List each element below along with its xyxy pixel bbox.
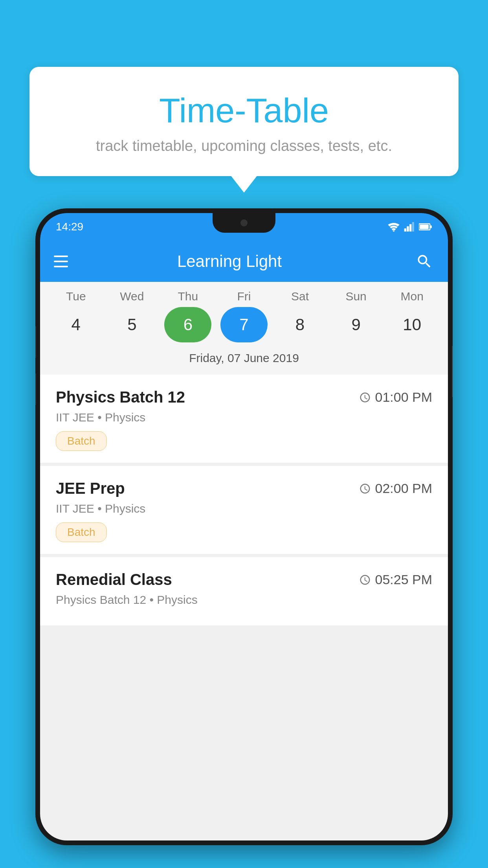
app-bar-title: Learning Light	[56, 252, 403, 271]
day-headers: Tue Wed Thu Fri Sat Sun Mon	[40, 290, 448, 303]
day-header-mon: Mon	[389, 290, 436, 303]
bubble-title: Time-Table	[49, 90, 439, 131]
class-time-text-3: 05:25 PM	[375, 572, 432, 587]
svg-rect-3	[409, 224, 411, 232]
svg-rect-7	[420, 224, 429, 229]
phone-mockup: 14:29	[35, 208, 453, 868]
status-time: 14:29	[56, 221, 83, 233]
clock-icon-1	[359, 392, 371, 403]
day-header-fri: Fri	[220, 290, 268, 303]
class-time-1: 01:00 PM	[359, 390, 432, 405]
camera	[240, 219, 248, 226]
day-10[interactable]: 10	[389, 307, 436, 342]
power-button	[452, 346, 453, 397]
day-numbers: 4 5 6 7 8 9 10	[40, 307, 448, 348]
day-8[interactable]: 8	[277, 307, 324, 342]
svg-rect-4	[412, 222, 414, 232]
class-meta-1: IIT JEE • Physics	[56, 411, 432, 424]
day-header-thu: Thu	[164, 290, 211, 303]
calendar-strip: Tue Wed Thu Fri Sat Sun Mon 4 5 6 7 8	[40, 282, 448, 375]
day-5[interactable]: 5	[108, 307, 156, 342]
battery-icon	[419, 223, 432, 231]
wifi-icon	[387, 222, 400, 232]
clock-icon-2	[359, 483, 371, 495]
day-header-sun: Sun	[332, 290, 380, 303]
status-icons	[387, 222, 432, 232]
speech-bubble-card: Time-Table track timetable, upcoming cla…	[29, 67, 459, 176]
phone-screen: 14:29	[40, 213, 448, 840]
day-7-selected[interactable]: 7	[220, 307, 268, 342]
class-time-3: 05:25 PM	[359, 572, 432, 587]
class-card-3[interactable]: Remedial Class 05:25 PM Physics Batch 12…	[40, 557, 448, 625]
class-meta-3: Physics Batch 12 • Physics	[56, 593, 432, 607]
volume-down-button	[35, 373, 36, 405]
class-card-1-header: Physics Batch 12 01:00 PM	[56, 388, 432, 406]
phone-content: Tue Wed Thu Fri Sat Sun Mon 4 5 6 7 8	[40, 282, 448, 840]
class-card-1[interactable]: Physics Batch 12 01:00 PM IIT JEE • Phys…	[40, 375, 448, 463]
class-name-1: Physics Batch 12	[56, 388, 185, 406]
class-name-3: Remedial Class	[56, 571, 172, 588]
selected-date-label: Friday, 07 June 2019	[40, 348, 448, 373]
class-meta-2: IIT JEE • Physics	[56, 502, 432, 515]
class-card-2-header: JEE Prep 02:00 PM	[56, 480, 432, 497]
svg-rect-2	[407, 226, 409, 232]
notch	[213, 213, 275, 233]
class-card-3-header: Remedial Class 05:25 PM	[56, 571, 432, 588]
batch-badge-2: Batch	[56, 522, 107, 542]
class-time-2: 02:00 PM	[359, 481, 432, 496]
class-time-text-1: 01:00 PM	[375, 390, 432, 405]
svg-rect-1	[404, 228, 406, 232]
class-card-2[interactable]: JEE Prep 02:00 PM IIT JEE • Physics Batc…	[40, 466, 448, 554]
svg-rect-6	[430, 226, 431, 228]
clock-icon-3	[359, 574, 371, 586]
volume-up-button	[35, 326, 36, 358]
batch-badge-1: Batch	[56, 431, 107, 451]
day-6-today[interactable]: 6	[164, 307, 211, 342]
phone-frame: 14:29	[35, 208, 453, 845]
day-header-wed: Wed	[108, 290, 156, 303]
class-time-text-2: 02:00 PM	[375, 481, 432, 496]
bubble-subtitle: track timetable, upcoming classes, tests…	[49, 138, 439, 154]
svg-point-0	[393, 230, 394, 232]
class-name-2: JEE Prep	[56, 480, 125, 497]
day-4[interactable]: 4	[52, 307, 99, 342]
day-header-sat: Sat	[277, 290, 324, 303]
search-button[interactable]	[415, 252, 434, 271]
day-9[interactable]: 9	[332, 307, 380, 342]
day-header-tue: Tue	[52, 290, 99, 303]
signal-icon	[404, 222, 415, 232]
status-bar: 14:29	[40, 213, 448, 241]
app-bar: Learning Light	[40, 241, 448, 282]
search-icon	[416, 253, 433, 270]
